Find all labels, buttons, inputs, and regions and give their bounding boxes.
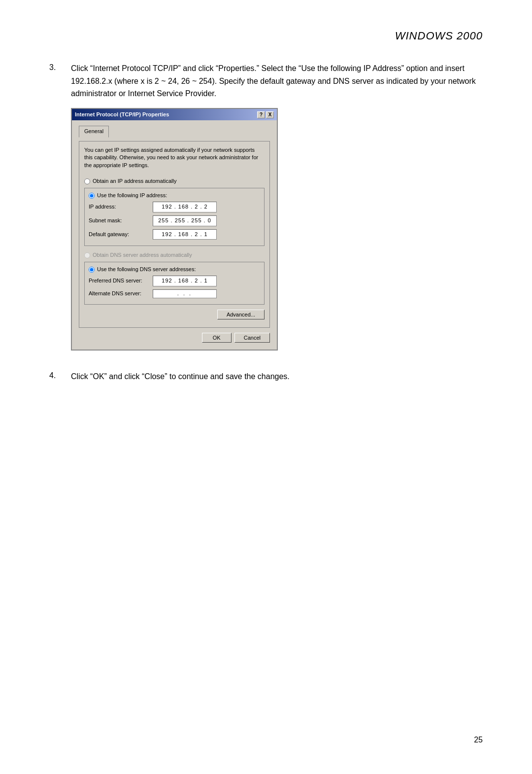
ip-address-row: IP address: 192 . 168 . 2 . 2 [89,202,260,212]
radio-auto-ip-label: Obtain an IP address automatically [93,177,176,186]
tab-bar: General [79,125,270,137]
default-gateway-label: Default gateway: [89,230,153,239]
step-4-text: Click “OK” and click “Close” to continue… [71,370,290,383]
radio-auto-ip[interactable]: Obtain an IP address automatically [84,177,265,186]
cancel-button[interactable]: Cancel [234,333,270,343]
step-3-content: Click “Internet Protocol TCP/IP” and cli… [71,62,483,351]
ok-button[interactable]: OK [202,333,232,343]
radio-manual-dns-label: Use the following DNS server addresses: [97,265,196,274]
preferred-dns-row: Preferred DNS server: 192 . 168 . 2 . 1 [89,276,260,286]
alternate-dns-value[interactable]: . . . [153,289,217,298]
advanced-button[interactable]: Advanced... [217,310,265,319]
radio-manual-ip[interactable]: Use the following IP address: [89,191,260,200]
dialog-panel: You can get IP settings assigned automat… [79,141,270,328]
tcp-ip-dialog: Internet Protocol (TCP/IP) Properties ? … [71,108,278,351]
titlebar-buttons: ? X [257,111,274,118]
radio-auto-ip-input[interactable] [84,178,90,184]
radio-manual-dns-input[interactable] [89,267,95,273]
page-number: 25 [474,736,483,744]
step-4-content: Click “OK” and click “Close” to continue… [71,370,290,391]
advanced-row: Advanced... [84,310,265,319]
dialog-titlebar: Internet Protocol (TCP/IP) Properties ? … [72,109,277,121]
ip-address-value[interactable]: 192 . 168 . 2 . 2 [153,202,217,212]
dialog-body: General You can get IP settings assigned… [72,120,277,350]
step-3-number: 3. [49,62,61,351]
step-3-text: Click “Internet Protocol TCP/IP” and cli… [71,62,483,100]
radio-auto-dns-input[interactable] [84,252,90,258]
preferred-dns-label: Preferred DNS server: [89,277,153,285]
radio-auto-dns-label: Obtain DNS server address automatically [93,251,192,260]
help-button[interactable]: ? [257,111,265,118]
info-text: You can get IP settings assigned automat… [84,146,265,169]
subnet-mask-row: Subnet mask: 255 . 255 . 255 . 0 [89,215,260,226]
dialog-title: Internet Protocol (TCP/IP) Properties [75,110,169,119]
dns-section: Obtain DNS server address automatically … [84,251,265,305]
step-4-number: 4. [49,370,61,391]
ip-group-section: Use the following IP address: IP address… [84,188,265,246]
alternate-dns-label: Alternate DNS server: [89,289,153,298]
page-title: WINDOWS 2000 [395,31,483,41]
default-gateway-value[interactable]: 192 . 168 . 2 . 1 [153,229,217,240]
step-4: 4. Click “OK” and click “Close” to conti… [49,370,483,391]
radio-auto-dns[interactable]: Obtain DNS server address automatically [84,251,265,260]
subnet-mask-label: Subnet mask: [89,216,153,225]
radio-manual-ip-input[interactable] [89,193,95,199]
dialog-footer: OK Cancel [79,333,270,343]
alternate-dns-row: Alternate DNS server: . . . [89,289,260,298]
page-header: WINDOWS 2000 [49,30,483,42]
subnet-mask-value[interactable]: 255 . 255 . 255 . 0 [153,215,217,226]
default-gateway-row: Default gateway: 192 . 168 . 2 . 1 [89,229,260,240]
ip-address-label: IP address: [89,203,153,211]
preferred-dns-value[interactable]: 192 . 168 . 2 . 1 [153,276,217,286]
step-3: 3. Click “Internet Protocol TCP/IP” and … [49,62,483,351]
close-button[interactable]: X [266,111,274,118]
dns-group-section: Use the following DNS server addresses: … [84,262,265,305]
radio-manual-dns[interactable]: Use the following DNS server addresses: [89,265,260,274]
tab-general[interactable]: General [79,126,109,138]
radio-manual-ip-label: Use the following IP address: [97,191,167,200]
